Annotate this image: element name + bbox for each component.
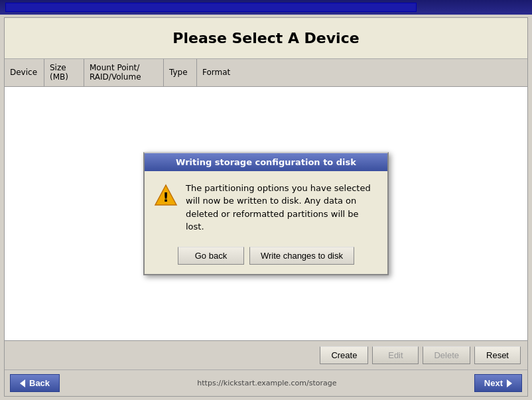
col-header-format: Format (197, 59, 237, 86)
create-button[interactable]: Create (320, 346, 368, 364)
back-arrow-icon (20, 379, 25, 387)
dialog-body: ! The partitioning options you have sele… (145, 171, 387, 241)
progress-bar (5, 3, 417, 12)
col-header-size: Size (MB) (44, 59, 84, 86)
reset-button[interactable]: Reset (474, 346, 521, 364)
col-header-device: Device (5, 59, 44, 86)
col-header-type: Type (164, 59, 197, 86)
top-bar (0, 0, 532, 15)
svg-text:!: ! (163, 189, 168, 205)
go-back-button[interactable]: Go back (178, 247, 244, 265)
back-button[interactable]: Back (10, 374, 60, 392)
dialog-writing-storage: Writing storage configuration to disk ! … (143, 152, 389, 275)
edit-button[interactable]: Edit (372, 346, 419, 364)
write-changes-button[interactable]: Write changes to disk (249, 247, 354, 265)
next-arrow-icon (507, 379, 512, 387)
back-button-label: Back (29, 378, 50, 388)
table-content: Writing storage configuration to disk ! … (5, 87, 527, 340)
next-button[interactable]: Next (474, 374, 522, 392)
nav-bar: Back https://kickstart.example.com/stora… (5, 369, 527, 396)
delete-button[interactable]: Delete (423, 346, 470, 364)
page-title: Please Select A Device (172, 30, 359, 46)
dialog-overlay: Writing storage configuration to disk ! … (5, 87, 527, 340)
table-header: Device Size (MB) Mount Point/ RAID/Volum… (5, 59, 527, 87)
next-button-label: Next (484, 378, 503, 388)
warning-icon: ! (154, 183, 178, 207)
page-title-area: Please Select A Device (5, 18, 527, 59)
dialog-title: Writing storage configuration to disk (145, 153, 387, 171)
col-header-mount: Mount Point/ RAID/Volume (84, 59, 164, 86)
main-container: Please Select A Device Device Size (MB) … (4, 17, 528, 397)
dialog-body-text: The partitioning options you have select… (186, 182, 378, 233)
nav-url: https://kickstart.example.com/storage (60, 379, 474, 387)
toolbar: Create Edit Delete Reset (5, 340, 527, 369)
dialog-buttons: Go back Write changes to disk (145, 241, 387, 274)
